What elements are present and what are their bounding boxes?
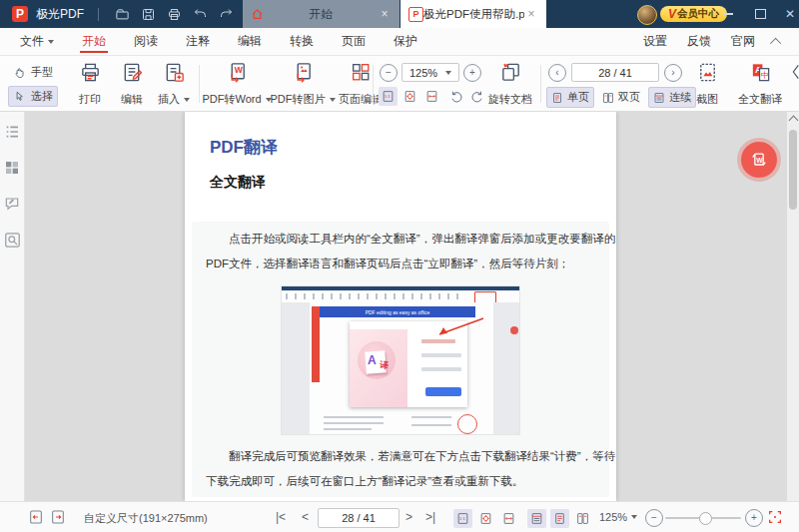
zoom-in-icon[interactable]: +: [745, 509, 763, 527]
outline-panel-icon[interactable]: [4, 124, 20, 140]
print-icon[interactable]: [166, 6, 182, 22]
menu-tab-annotate[interactable]: 注释: [186, 28, 210, 55]
pdf-to-word-button[interactable]: W PDF转Word: [205, 61, 269, 107]
print-button[interactable]: 打印: [68, 61, 112, 107]
zoom-slider-thumb[interactable]: [699, 512, 712, 525]
next-view-icon[interactable]: [50, 509, 66, 525]
page-indicator-box[interactable]: 28 / 41: [571, 63, 659, 82]
menu-tab-start[interactable]: 开始: [82, 28, 106, 55]
comments-panel-icon[interactable]: [4, 196, 20, 212]
select-tool-label: 选择: [31, 89, 53, 104]
screenshot-label: 截图: [696, 92, 718, 107]
tab-document-close-icon[interactable]: ×: [524, 7, 538, 21]
vip-label: 会员中心: [677, 7, 719, 21]
prev-page-icon[interactable]: <: [302, 510, 309, 524]
double-page-button[interactable]: 双页: [597, 87, 645, 108]
next-page-icon[interactable]: ›: [664, 64, 682, 82]
doc-paragraph-2: 翻译完成后可预览翻译效果，若满意可在下方点击下载翻译结果“计费”，等待 下载完成…: [192, 435, 609, 494]
menu-tab-convert[interactable]: 转换: [290, 28, 314, 55]
zoom-in-icon[interactable]: +: [463, 64, 481, 82]
tab-home[interactable]: 开始 ×: [243, 0, 400, 28]
collapse-toolbar-icon[interactable]: [770, 37, 781, 48]
maximize-icon: [755, 9, 766, 19]
edit-button[interactable]: 编辑: [112, 61, 152, 107]
menu-tab-read[interactable]: 阅读: [134, 28, 158, 55]
zoom-level-box[interactable]: 125%: [401, 63, 459, 82]
zoom-out-icon[interactable]: −: [380, 64, 398, 82]
settings-button[interactable]: 设置: [643, 28, 667, 55]
status-page-indicator-box[interactable]: 28 / 41: [318, 508, 400, 528]
zoom-out-icon[interactable]: −: [645, 509, 663, 527]
document-viewport[interactable]: PDF翻译 全文翻译 点击开始或阅读工具栏内的“全文翻译”，弹出翻译弹窗后添加或…: [25, 112, 787, 501]
rotate-document-button[interactable]: 旋转文档: [486, 61, 534, 107]
select-tool-button[interactable]: 选择: [8, 86, 58, 107]
mini-annotation-arrow: [421, 316, 491, 340]
app-logo-icon: P: [12, 6, 28, 22]
zoom-dropdown-icon[interactable]: [445, 71, 451, 75]
minimize-button[interactable]: [715, 0, 741, 28]
feedback-button[interactable]: 反馈: [687, 28, 711, 55]
screenshot-button[interactable]: 截图: [685, 61, 729, 107]
double-page-button[interactable]: [573, 509, 592, 528]
embedded-screenshot-image: PDF editing as easy as office A 译: [281, 285, 520, 435]
next-page-icon[interactable]: >: [405, 510, 412, 524]
menu-tab-protect[interactable]: 保护: [394, 28, 417, 55]
single-page-button[interactable]: 单页: [546, 87, 594, 108]
menu-tab-page[interactable]: 页面: [342, 28, 366, 55]
fit-width-button[interactable]: [499, 509, 518, 528]
scrollbar-thumb[interactable]: [789, 130, 797, 210]
doc-paragraph-line: PDF文件，选择翻译语言和翻译页码后点击“立即翻译”，然后等待片刻；: [206, 252, 595, 276]
actual-size-button[interactable]: 1:1: [453, 509, 472, 528]
page-edit-button[interactable]: 页面编辑: [337, 61, 385, 107]
full-translate-button[interactable]: A 中 全文翻译: [732, 61, 788, 107]
prev-view-icon[interactable]: [28, 509, 44, 525]
mini-text-line: [411, 416, 451, 418]
website-button[interactable]: 官网: [731, 28, 755, 55]
rotate-left-icon[interactable]: [449, 90, 463, 104]
continuous-button[interactable]: [527, 509, 546, 528]
status-zoom-select[interactable]: 125%: [599, 511, 637, 523]
user-avatar[interactable]: [637, 5, 657, 25]
pdf-page[interactable]: PDF翻译 全文翻译 点击开始或阅读工具栏内的“全文翻译”，弹出翻译弹窗后添加或…: [185, 112, 616, 501]
hand-tool-button[interactable]: 手型: [8, 62, 58, 83]
fullscreen-icon[interactable]: [767, 509, 783, 525]
fit-page-button[interactable]: [400, 87, 419, 106]
menu-tab-edit[interactable]: 编辑: [238, 28, 262, 55]
thumbnails-panel-icon[interactable]: [4, 160, 20, 176]
insert-button[interactable]: 插入: [152, 61, 196, 107]
maximize-button[interactable]: [747, 0, 773, 28]
tab-document[interactable]: P 极光PDF使用帮助.pdf ×: [400, 0, 546, 28]
mini-form-row: [421, 353, 461, 357]
prev-page-icon[interactable]: ‹: [548, 64, 566, 82]
toolbar-separator: [199, 65, 200, 103]
floating-pdf-to-word-button[interactable]: W: [741, 142, 777, 178]
hand-icon: [13, 66, 27, 80]
vertical-scrollbar[interactable]: [787, 112, 799, 501]
fit-page-button[interactable]: [476, 509, 495, 528]
scroll-up-icon[interactable]: [789, 116, 799, 126]
clipped-toolbar-button[interactable]: [790, 61, 799, 107]
screenshot-icon: [696, 61, 719, 84]
full-translate-label: 全文翻译: [738, 92, 782, 107]
last-page-icon[interactable]: >|: [425, 510, 435, 524]
save-icon[interactable]: [140, 6, 156, 22]
pdf-to-image-button[interactable]: PDF转图片: [271, 61, 335, 107]
minimize-icon: [723, 13, 733, 15]
double-page-label: 双页: [618, 90, 640, 105]
fit-width-button[interactable]: [422, 87, 441, 106]
rotate-right-icon[interactable]: [470, 90, 484, 104]
status-layout-controls: [527, 509, 592, 528]
tab-home-close-icon[interactable]: ×: [378, 7, 392, 21]
menu-file[interactable]: 文件: [20, 28, 54, 55]
search-panel-icon[interactable]: [4, 232, 21, 249]
redo-icon[interactable]: [218, 6, 234, 22]
svg-text:1:1: 1:1: [385, 94, 392, 99]
mini-form-row: [421, 367, 461, 371]
single-page-label: 单页: [567, 90, 589, 105]
actual-size-button[interactable]: 1:1: [379, 87, 398, 106]
undo-icon[interactable]: [192, 6, 208, 22]
single-page-button[interactable]: [550, 509, 569, 528]
first-page-icon[interactable]: |<: [276, 510, 286, 524]
open-file-icon[interactable]: [114, 6, 130, 22]
close-button[interactable]: ✕: [777, 0, 799, 28]
